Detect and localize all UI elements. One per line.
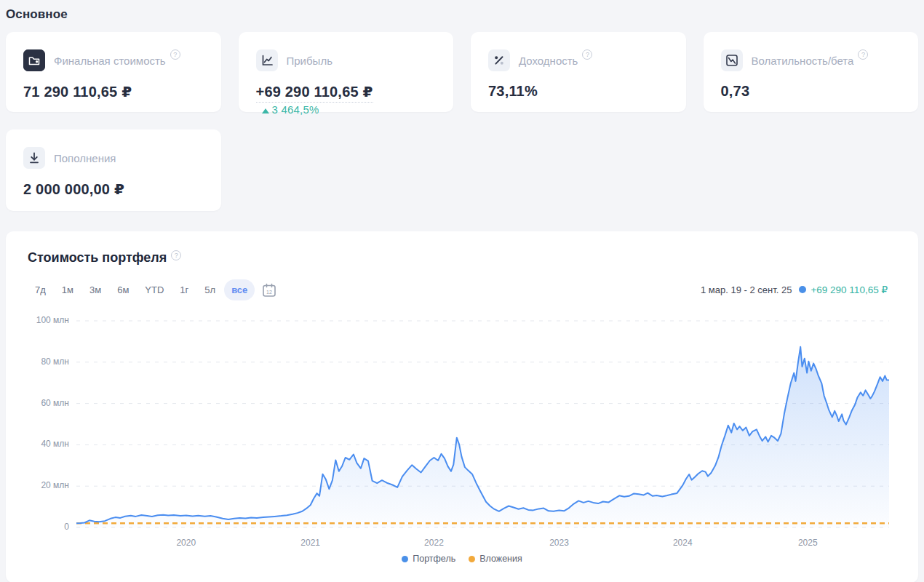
y-axis-label: 0: [6, 522, 69, 532]
range-button-7д[interactable]: 7д: [28, 279, 53, 300]
help-icon[interactable]: ?: [171, 250, 181, 260]
y-axis-label: 20 млн: [6, 480, 69, 490]
card-label: Прибыль: [287, 55, 332, 67]
chart-legend: ПортфельВложения: [6, 554, 918, 564]
wallet-icon: [23, 49, 45, 71]
y-axis-label: 100 млн: [6, 315, 69, 325]
chart-title: Стоимость портфеля: [28, 250, 167, 266]
profit-chart-icon: [256, 49, 278, 71]
range-button-6м[interactable]: 6м: [110, 279, 136, 300]
profit-delta: 3 464,5%: [262, 103, 319, 116]
card-value: +69 290 110,65 ₽3 464,5%: [256, 83, 437, 117]
help-icon[interactable]: ?: [582, 49, 592, 60]
page-title: Основное: [6, 7, 918, 22]
range-button-1г[interactable]: 1г: [172, 279, 196, 300]
portfolio-dot-icon: [799, 286, 806, 293]
period-info: 1 мар. 19 - 2 сент. 25 +69 290 110,65 ₽: [701, 284, 888, 295]
profit-value: +69 290 110,65 ₽: [256, 84, 373, 103]
range-buttons: 7д1м3м6мYTD1г5лвсе: [28, 279, 256, 300]
card-value: 2 000 000,00 ₽: [23, 180, 204, 198]
calendar-icon: 12: [260, 282, 278, 299]
y-axis-label: 60 млн: [6, 398, 69, 408]
legend-dot-icon: [469, 556, 475, 562]
legend-label: Вложения: [479, 554, 522, 564]
portfolio-chart-svg[interactable]: [76, 315, 889, 541]
card-volatility: Волатильность/бета ? 0,73: [704, 32, 919, 112]
range-button-5л[interactable]: 5л: [197, 279, 223, 300]
card-value: 73,11%: [488, 83, 669, 100]
x-axis-label: 2022: [408, 538, 459, 548]
card-return: Доходность ? 73,11%: [471, 32, 686, 112]
card-label: Финальная стоимость: [54, 55, 166, 67]
help-icon[interactable]: ?: [858, 49, 868, 60]
legend-dot-icon: [402, 556, 408, 562]
legend-item[interactable]: Вложения: [469, 554, 522, 564]
card-deposits: Пополнения 2 000 000,00 ₽: [6, 129, 221, 211]
stats-cards-row: Финальная стоимость ? 71 290 110,65 ₽ Пр…: [6, 32, 918, 112]
card-label: Волатильность/бета: [752, 55, 854, 67]
card-value: 0,73: [721, 83, 901, 100]
volatility-chart-icon: [721, 49, 743, 71]
x-axis-label: 2024: [657, 538, 708, 548]
percent-icon: [488, 49, 510, 71]
x-axis-label: 2021: [285, 538, 336, 548]
arrow-up-icon: [262, 108, 269, 113]
calendar-button[interactable]: 12: [260, 282, 278, 299]
portfolio-chart-card: Стоимость портфеля ? 7д1м3м6мYTD1г5лвсе …: [6, 231, 918, 582]
legend-label: Портфель: [413, 554, 455, 564]
date-range-label: 1 мар. 19 - 2 сент. 25: [701, 284, 792, 295]
card-label: Пополнения: [54, 152, 116, 164]
help-icon[interactable]: ?: [170, 49, 180, 60]
range-button-YTD[interactable]: YTD: [138, 279, 171, 300]
y-axis-label: 80 млн: [6, 356, 69, 367]
x-axis-label: 2023: [533, 538, 584, 548]
card-label: Доходность: [519, 55, 578, 67]
period-gain-label: +69 290 110,65 ₽: [811, 284, 888, 295]
page: Основное Финальная стоимость ? 71 290 11…: [6, 7, 918, 582]
card-value: 71 290 110,65 ₽: [23, 83, 204, 100]
legend-item[interactable]: Портфель: [402, 554, 455, 564]
range-button-все[interactable]: все: [224, 279, 255, 300]
svg-text:12: 12: [266, 289, 272, 294]
x-axis-label: 2020: [161, 538, 212, 548]
range-button-1м[interactable]: 1м: [55, 279, 81, 300]
stats-cards-row-2: Пополнения 2 000 000,00 ₽: [6, 129, 918, 211]
card-profit: Прибыль +69 290 110,65 ₽3 464,5%: [239, 32, 454, 112]
card-final-value: Финальная стоимость ? 71 290 110,65 ₽: [6, 32, 221, 112]
range-button-3м[interactable]: 3м: [82, 279, 108, 300]
chart-controls: 7д1м3м6мYTD1г5лвсе 12: [28, 279, 278, 300]
y-axis-label: 40 млн: [6, 439, 69, 449]
deposit-download-icon: [23, 147, 45, 169]
x-axis-label: 2025: [782, 538, 833, 548]
